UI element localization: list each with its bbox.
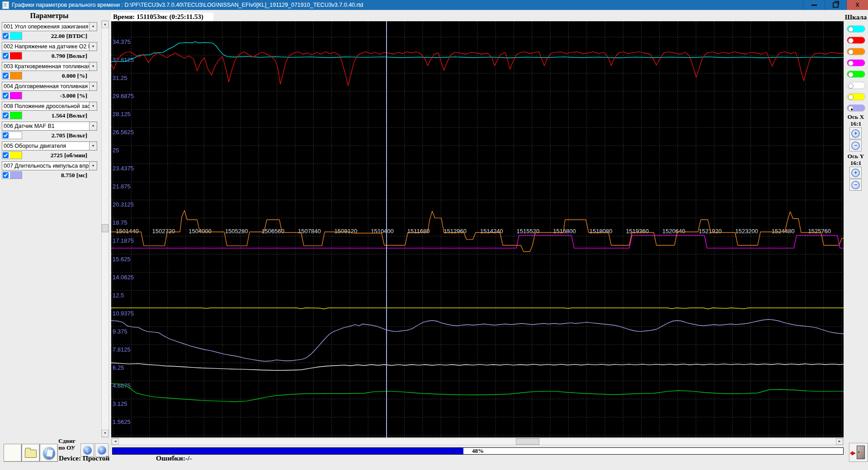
svg-text:28.125: 28.125 [113,111,131,118]
chevron-down-icon[interactable]: ▼ [89,62,97,70]
radio-icon[interactable] [848,83,854,89]
parameter-select-5[interactable]: 008 Положение дроссельной заслон ▼ [2,102,97,111]
parameter-select-8[interactable]: 007 Длительность импульса впрыск ▼ [2,161,97,170]
open-file-button[interactable] [22,444,40,462]
radio-icon[interactable] [848,61,854,66]
parameter-enabled-checkbox-8[interactable] [3,172,9,178]
parameter-select-3[interactable]: 003 Кратковременная топливная ко ▼ [2,62,97,71]
progress-percent: 48% [113,448,843,454]
chevron-down-icon[interactable]: ▼ [89,122,97,130]
parameter-enabled-checkbox-4[interactable] [3,93,9,99]
axis-x-zoom-in-button[interactable]: + [849,127,862,139]
radio-icon[interactable] [848,38,854,43]
radio-icon[interactable] [848,72,854,77]
parameter-enabled-checkbox-6[interactable] [3,132,9,138]
svg-text:23.4375: 23.4375 [113,165,134,172]
svg-text:1514240: 1514240 [480,228,503,235]
parameter-select-label: 008 Положение дроссельной заслон [4,103,97,109]
chevron-down-icon[interactable]: ▼ [89,82,97,90]
svg-text:1519360: 1519360 [626,228,649,235]
parameter-select-1[interactable]: 001 Угол опережения зажигания ▼ [2,22,97,31]
chevron-down-icon[interactable]: ▼ [89,162,97,170]
scale-color-button-3[interactable] [847,48,865,55]
axis-y-zoom-out-button[interactable]: − [849,179,862,191]
exit-arrow-icon [852,451,856,456]
scale-color-button-4[interactable] [847,59,865,66]
svg-text:3.125: 3.125 [113,400,127,407]
chevron-down-icon[interactable]: ▼ [89,42,97,51]
parameter-group: 008 Положение дроссельной заслон ▼ [2,102,97,111]
parameter-value-row: 2.705 [Вольт] [2,132,97,139]
restore-button[interactable] [825,0,846,10]
parameter-select-label: 004 Долговременная топливная кор [4,83,97,89]
parameter-enabled-checkbox-2[interactable] [3,53,9,59]
scroll-down-icon[interactable]: ▼ [102,430,108,437]
exit-button[interactable] [849,443,868,462]
svg-text:1501440: 1501440 [116,228,139,235]
svg-text:9.375: 9.375 [113,328,127,335]
radio-icon[interactable] [848,94,854,100]
parameter-enabled-checkbox-3[interactable] [3,73,9,79]
parameter-group: 001 Угол опережения зажигания ▼ [2,22,97,31]
blank-button[interactable] [4,444,22,462]
svg-text:1525760: 1525760 [808,228,831,235]
svg-text:31.25: 31.25 [113,75,127,81]
chart-canvas[interactable]: 34.37532.812531.2529.687528.12526.562525… [111,21,844,437]
svg-text:7.8125: 7.8125 [113,346,131,353]
svg-text:10.9375: 10.9375 [113,310,134,317]
scale-color-button-2[interactable] [847,37,865,44]
svg-text:1512960: 1512960 [443,228,467,235]
scale-color-button-1[interactable] [847,25,865,33]
radio-icon[interactable] [848,106,854,111]
scale-color-button-7[interactable] [847,93,865,100]
vertical-scrollbar[interactable]: ▲ ▼ [101,20,109,437]
minimize-button[interactable] [803,0,825,10]
svg-text:32.8125: 32.8125 [113,56,134,63]
parameter-select-2[interactable]: 002 Напряжение на датчике O2 B1 S ▼ [2,42,97,51]
parameter-color-swatch [10,32,22,40]
radio-icon[interactable] [848,49,854,55]
parameter-select-4[interactable]: 004 Долговременная топливная кор ▼ [2,82,97,91]
chevron-down-icon[interactable]: ▼ [89,102,97,110]
arrow-up-icon: ↑ [98,446,106,455]
scroll-right-icon[interactable]: ► [836,438,843,445]
horizontal-scrollbar-thumb[interactable] [516,438,539,445]
parameter-enabled-checkbox-5[interactable] [3,113,9,118]
axis-y-zoom-in-button[interactable]: + [849,167,862,179]
parameter-color-swatch [10,112,22,119]
svg-text:21.875: 21.875 [113,183,131,190]
horizontal-scrollbar[interactable]: ◄ ► [111,438,844,445]
parameter-color-swatch [10,151,22,159]
parameter-group: 004 Долговременная топливная кор ▼ [2,82,97,91]
app-icon [2,1,9,9]
scroll-up-icon[interactable]: ▲ [102,21,108,28]
parameter-select-7[interactable]: 005 Обороты двигателя ▼ [2,141,97,150]
parameter-color-swatch [10,52,22,60]
globe-document-icon [43,447,55,459]
scroll-left-icon[interactable]: ◄ [112,438,119,445]
chart-area[interactable]: 34.37532.812531.2529.687528.12526.562525… [111,21,844,437]
parameter-select-label: 001 Угол опережения зажигания [4,24,88,30]
radio-icon[interactable] [848,27,854,32]
chevron-down-icon[interactable]: ▼ [89,23,97,31]
svg-text:26.5625: 26.5625 [113,129,134,136]
scale-heading: Шкала [844,14,868,21]
svg-text:18.75: 18.75 [113,219,127,226]
scale-color-button-5[interactable] [847,70,865,78]
svg-text:1511680: 1511680 [407,228,430,235]
scale-color-button-8[interactable] [847,104,865,112]
vertical-scrollbar-thumb[interactable] [102,224,108,232]
parameter-select-label: 007 Длительность импульса впрыск [4,163,97,169]
axis-x-zoom-out-button[interactable]: − [849,140,862,151]
chevron-down-icon[interactable]: ▼ [89,142,97,150]
parameter-enabled-checkbox-1[interactable] [3,33,9,39]
axis-y-ratio: 16:1 [844,160,868,167]
parameter-enabled-checkbox-7[interactable] [3,152,9,158]
parameter-select-6[interactable]: 006 Датчик MAF B1 ▼ [2,122,97,131]
axis-x-ratio: 16:1 [844,120,868,127]
scale-color-button-6[interactable] [847,82,865,89]
svg-text:1520640: 1520640 [662,228,685,235]
parameter-value: 8.750 [мс] [22,172,97,179]
close-button[interactable]: X [846,0,868,10]
shift-y-label: Сдвиг по ОУ [54,437,80,451]
